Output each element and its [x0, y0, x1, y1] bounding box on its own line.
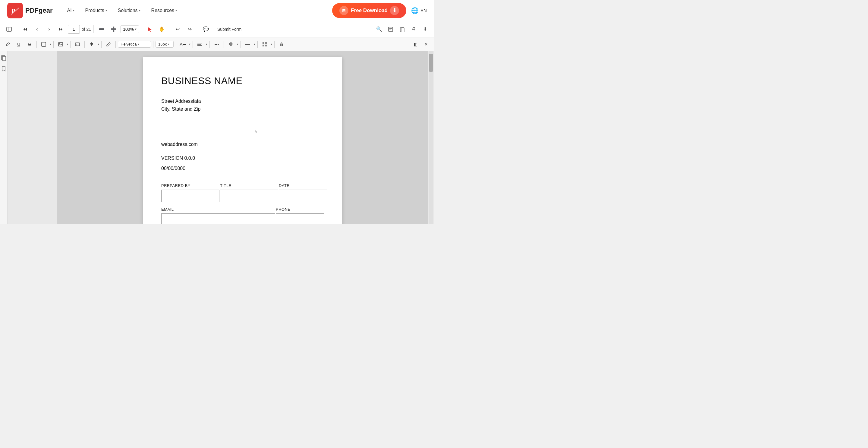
resources-chevron-icon	[176, 9, 177, 12]
font-selector[interactable]: Helvetica	[118, 41, 151, 48]
zoom-in-button[interactable]: ➕	[108, 24, 119, 35]
underline-button[interactable]: U	[14, 39, 24, 49]
zoom-out-button[interactable]: ➖	[96, 24, 107, 35]
pdf-address-line1: Street Addressfafa	[161, 97, 324, 105]
nav-item-ai[interactable]: AI	[62, 5, 79, 16]
grid-button[interactable]	[260, 39, 270, 49]
language-label: EN	[421, 8, 427, 13]
email-label: EMAIL	[161, 207, 275, 212]
phone-label: PHONE	[276, 207, 324, 212]
svg-rect-9	[401, 28, 404, 32]
free-download-button[interactable]: ⊞ Free Download ⬇	[332, 3, 406, 18]
text-box-button[interactable]: T	[73, 39, 82, 49]
pdf-viewer[interactable]: BUSINESS NAME Street Addressfafa City, S…	[57, 51, 428, 224]
border-style-button[interactable]	[243, 39, 253, 49]
sidebar-bookmark-icon[interactable]	[1, 66, 7, 72]
email-field: EMAIL	[161, 207, 275, 224]
logo-text: PDFgear	[25, 7, 53, 14]
annotation-button[interactable]	[385, 24, 396, 35]
svg-rect-11	[59, 42, 63, 46]
et-sep-11	[224, 41, 224, 48]
font-size-selector[interactable]: 16px	[156, 41, 174, 48]
strikethrough-button[interactable]: S	[25, 39, 34, 49]
comment-button[interactable]: 💬	[200, 24, 211, 35]
svg-text:T: T	[76, 43, 78, 46]
left-sidebar	[0, 51, 7, 224]
separator-2	[93, 25, 94, 33]
pdf-version: VERSION 0.0.0	[161, 155, 324, 161]
sidebar-pages-icon[interactable]	[1, 55, 7, 61]
svg-rect-22	[265, 44, 267, 47]
form-row-2: EMAIL PHONE	[161, 207, 324, 224]
size-chevron-icon	[168, 42, 169, 46]
highlight-color-button[interactable]	[87, 39, 96, 49]
select-tool-button[interactable]	[144, 24, 155, 35]
pages-button[interactable]	[397, 24, 407, 35]
scrollbar-thumb[interactable]	[429, 54, 433, 72]
prepared-by-input[interactable]	[161, 190, 219, 202]
font-value: Helvetica	[121, 42, 136, 47]
pen-button[interactable]	[104, 39, 113, 49]
shapes-button[interactable]	[39, 39, 49, 49]
delete-button[interactable]: 🗑	[277, 39, 286, 49]
prepared-by-field: PREPARED BY	[161, 183, 219, 202]
nav-item-solutions[interactable]: Solutions	[113, 5, 145, 16]
title-input[interactable]	[220, 190, 278, 202]
nav-right: ⊞ Free Download ⬇ 🌐 EN	[332, 3, 427, 18]
hand-tool-button[interactable]: ✋	[156, 24, 167, 35]
undo-button[interactable]: ↩	[173, 24, 183, 35]
page-number-input[interactable]	[68, 25, 80, 34]
freehand-draw-button[interactable]	[3, 39, 13, 49]
close-edit-toolbar-button[interactable]: ✕	[421, 39, 431, 49]
ai-chevron-icon	[73, 9, 74, 12]
submit-form-button[interactable]: Submit Form	[213, 25, 246, 33]
fill-chevron-icon	[237, 42, 239, 46]
font-color-button[interactable]: A	[178, 39, 188, 49]
collapse-panel-button[interactable]: ◧	[410, 39, 420, 49]
svg-rect-20	[265, 42, 267, 44]
nav-item-products[interactable]: Products	[81, 5, 112, 16]
title-label: TITLE	[220, 183, 278, 188]
products-chevron-icon	[105, 9, 107, 12]
pdf-date: 00/00/0000	[161, 166, 324, 171]
redo-button[interactable]: ↪	[184, 24, 195, 35]
download-arrow-circle: ⬇	[390, 6, 399, 15]
et-sep-14	[274, 41, 275, 48]
sidebar-toggle-button[interactable]	[4, 24, 14, 35]
et-sep-1	[36, 41, 37, 48]
prev-page-button[interactable]: ‹	[32, 24, 42, 35]
email-input[interactable]	[161, 213, 275, 224]
more-options-button[interactable]: •••	[212, 39, 221, 49]
image-chevron-icon	[67, 42, 68, 46]
fill-color-button[interactable]	[226, 39, 236, 49]
language-selector[interactable]: 🌐 EN	[411, 7, 427, 14]
top-nav: P PDFgear AI Products Solutions Resource…	[0, 0, 434, 21]
last-page-button[interactable]: ⏭	[56, 24, 67, 35]
pdf-form-section: PREPARED BY TITLE DATE EMAIL	[161, 183, 324, 224]
print-button[interactable]: 🖨	[408, 24, 419, 35]
search-button[interactable]: 🔍	[374, 24, 384, 35]
svg-rect-19	[262, 42, 264, 44]
et-sep-8	[176, 41, 176, 48]
align-chevron-icon	[206, 42, 207, 46]
edit-toolbar: U S T Helvetica 16px A •••	[0, 37, 434, 51]
et-sep-7	[153, 41, 153, 48]
page-input-area: of 21	[68, 25, 91, 34]
next-page-button[interactable]: ›	[44, 24, 55, 35]
logo-area[interactable]: P PDFgear	[7, 3, 53, 19]
text-align-button[interactable]	[195, 39, 205, 49]
image-button[interactable]	[56, 39, 65, 49]
pdf-web: webaddress.com	[161, 142, 324, 147]
prepared-by-label: PREPARED BY	[161, 183, 219, 188]
title-field: TITLE	[220, 183, 278, 202]
toolbar-right-icons: 🔍 🖨 ⬇	[374, 24, 430, 35]
main-toolbar: ⏮ ‹ › ⏭ of 21 ➖ ➕ 100% ✋ ↩ ↪ 💬 Submit Fo…	[0, 21, 434, 37]
first-page-button[interactable]: ⏮	[20, 24, 30, 35]
download-button[interactable]: ⬇	[420, 24, 430, 35]
nav-item-resources[interactable]: Resources	[147, 5, 182, 16]
font-color-chevron-icon	[189, 42, 190, 46]
windows-icon-circle: ⊞	[339, 6, 348, 15]
zoom-selector[interactable]: 100%	[120, 25, 139, 33]
date-input[interactable]	[279, 190, 327, 202]
phone-input[interactable]	[276, 213, 324, 224]
